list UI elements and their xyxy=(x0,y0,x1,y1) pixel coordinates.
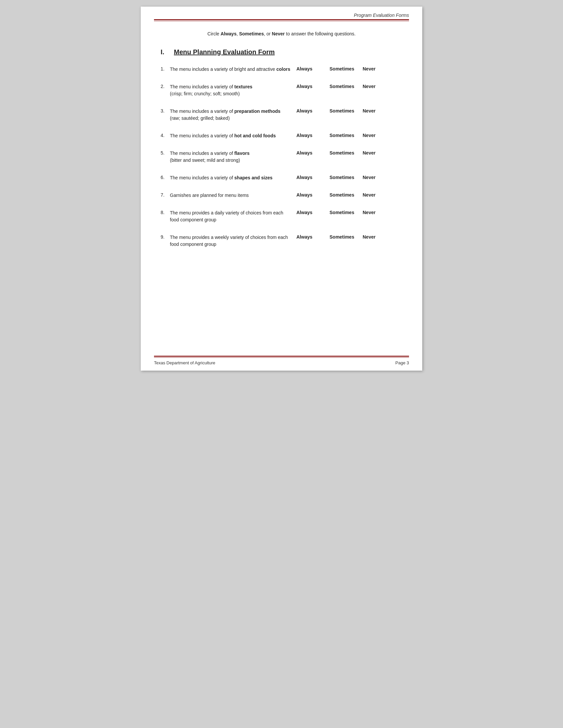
footer-left: Texas Department of Agriculture xyxy=(154,360,215,365)
question-number: 4. xyxy=(161,132,170,138)
footer-right: Page 3 xyxy=(396,360,409,365)
question-number: 2. xyxy=(161,83,170,89)
answer-sometimes[interactable]: Sometimes xyxy=(330,84,363,89)
sometimes-label: Sometimes xyxy=(239,31,264,36)
answer-never[interactable]: Never xyxy=(363,66,396,71)
header-title: Program Evaluation Forms xyxy=(354,13,409,18)
content-area: Circle Always, Sometimes, or Never to an… xyxy=(141,21,422,272)
answer-options: Always Sometimes Never xyxy=(297,150,402,156)
answer-options: Always Sometimes Never xyxy=(297,66,402,71)
header: Program Evaluation Forms xyxy=(141,7,422,21)
answer-options: Always Sometimes Never xyxy=(297,174,402,180)
question-row: 4. The menu includes a variety of hot an… xyxy=(161,132,402,141)
section-title: Menu Planning Evaluation Form xyxy=(174,48,274,56)
answer-sometimes[interactable]: Sometimes xyxy=(330,234,363,240)
answer-sometimes[interactable]: Sometimes xyxy=(330,192,363,198)
question-text: The menu provides a daily variety of cho… xyxy=(170,209,297,223)
answer-sometimes[interactable]: Sometimes xyxy=(330,150,363,156)
question-row: 5. The menu includes a variety of flavor… xyxy=(161,150,402,165)
question-row: 1. The menu includes a variety of bright… xyxy=(161,66,402,74)
answer-sometimes[interactable]: Sometimes xyxy=(330,175,363,180)
answer-always[interactable]: Always xyxy=(297,234,330,240)
question-number: 9. xyxy=(161,234,170,240)
never-label: Never xyxy=(272,31,285,36)
answer-options: Always Sometimes Never xyxy=(297,83,402,89)
question-text: The menu includes a variety of shapes an… xyxy=(170,174,297,181)
answer-never[interactable]: Never xyxy=(363,150,396,156)
answer-never[interactable]: Never xyxy=(363,192,396,198)
answer-never[interactable]: Never xyxy=(363,210,396,215)
question-text: The menu includes a variety of preparati… xyxy=(170,108,297,122)
question-number: 3. xyxy=(161,108,170,114)
answer-sometimes[interactable]: Sometimes xyxy=(330,133,363,138)
question-row: 8. The menu provides a daily variety of … xyxy=(161,209,402,225)
answer-always[interactable]: Always xyxy=(297,210,330,215)
section-heading: I. Menu Planning Evaluation Form xyxy=(161,48,402,56)
answer-options: Always Sometimes Never xyxy=(297,192,402,198)
answer-sometimes[interactable]: Sometimes xyxy=(330,66,363,71)
answer-never[interactable]: Never xyxy=(363,234,396,240)
answer-options: Always Sometimes Never xyxy=(297,234,402,240)
question-number: 1. xyxy=(161,66,170,71)
answer-always[interactable]: Always xyxy=(297,84,330,89)
answer-never[interactable]: Never xyxy=(363,175,396,180)
answer-never[interactable]: Never xyxy=(363,84,396,89)
questions-list: 1. The menu includes a variety of bright… xyxy=(161,66,402,249)
question-row: 9. The menu provides a weekly variety of… xyxy=(161,234,402,249)
question-text: The menu includes a variety of hot and c… xyxy=(170,132,297,139)
always-label: Always xyxy=(220,31,236,36)
question-row: 7. Garnishes are planned for menu items … xyxy=(161,192,402,200)
answer-always[interactable]: Always xyxy=(297,150,330,156)
question-row: 3. The menu includes a variety of prepar… xyxy=(161,108,402,123)
answer-always[interactable]: Always xyxy=(297,192,330,198)
instruction-line: Circle Always, Sometimes, or Never to an… xyxy=(161,31,402,36)
answer-always[interactable]: Always xyxy=(297,108,330,114)
answer-always[interactable]: Always xyxy=(297,175,330,180)
answer-options: Always Sometimes Never xyxy=(297,108,402,114)
footer: Texas Department of Agriculture Page 3 xyxy=(141,356,422,371)
question-text: The menu includes a variety of bright an… xyxy=(170,66,297,73)
header-top-line xyxy=(154,19,409,20)
answer-options: Always Sometimes Never xyxy=(297,132,402,138)
question-text: Garnishes are planned for menu items xyxy=(170,192,297,199)
question-row: 6. The menu includes a variety of shapes… xyxy=(161,174,402,183)
question-text: The menu provides a weekly variety of ch… xyxy=(170,234,297,248)
footer-content: Texas Department of Agriculture Page 3 xyxy=(154,360,409,365)
question-text: The menu includes a variety of textures(… xyxy=(170,83,297,97)
question-row: 2. The menu includes a variety of textur… xyxy=(161,83,402,99)
answer-never[interactable]: Never xyxy=(363,133,396,138)
question-number: 7. xyxy=(161,192,170,198)
answer-always[interactable]: Always xyxy=(297,66,330,71)
question-text: The menu includes a variety of flavors(b… xyxy=(170,150,297,164)
section-numeral: I. xyxy=(161,48,168,56)
page: Program Evaluation Forms Circle Always, … xyxy=(141,7,422,371)
question-number: 6. xyxy=(161,174,170,180)
answer-never[interactable]: Never xyxy=(363,108,396,114)
answer-sometimes[interactable]: Sometimes xyxy=(330,210,363,215)
question-number: 8. xyxy=(161,209,170,215)
footer-thin-line xyxy=(154,357,409,358)
footer-top-line xyxy=(154,356,409,357)
answer-always[interactable]: Always xyxy=(297,133,330,138)
answer-sometimes[interactable]: Sometimes xyxy=(330,108,363,114)
answer-options: Always Sometimes Never xyxy=(297,209,402,215)
question-number: 5. xyxy=(161,150,170,156)
